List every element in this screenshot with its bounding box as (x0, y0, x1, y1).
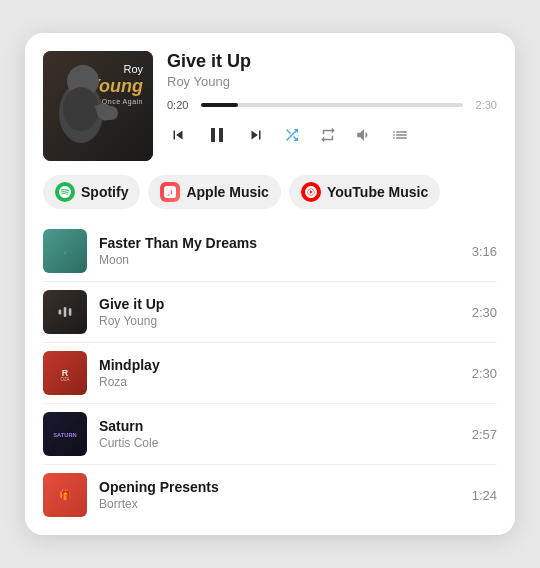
shuffle-button[interactable] (281, 124, 303, 146)
tab-spotify-label: Spotify (81, 184, 128, 200)
track-thumb-5: 🎁 (43, 473, 87, 517)
track-name-3: Mindplay (99, 357, 460, 373)
music-player-card: Roy Young Once Again Give it Up Roy Y (25, 33, 515, 535)
apple-music-icon (160, 182, 180, 202)
progress-bar[interactable] (201, 103, 463, 107)
track-artist-2: Roy Young (99, 314, 460, 328)
track-name-5: Opening Presents (99, 479, 460, 495)
svg-text:♪: ♪ (64, 249, 67, 255)
youtube-music-icon (301, 182, 321, 202)
track-title: Give it Up (167, 51, 497, 72)
track-artist-4: Curtis Cole (99, 436, 460, 450)
rewind-button[interactable] (167, 124, 189, 146)
time-current: 0:20 (167, 99, 195, 111)
volume-button[interactable] (353, 124, 375, 146)
track-duration-5: 1:24 (472, 488, 497, 503)
track-duration-1: 3:16 (472, 244, 497, 259)
album-art: Roy Young Once Again (43, 51, 153, 161)
track-info: Give it Up Roy Young 0:20 2:30 (167, 51, 497, 149)
repeat-button[interactable] (317, 124, 339, 146)
svg-text:SATURN: SATURN (53, 432, 76, 438)
tab-youtube-music[interactable]: YouTube Music (289, 175, 440, 209)
progress-section: 0:20 2:30 (167, 99, 497, 111)
tab-apple-music[interactable]: Apple Music (148, 175, 280, 209)
track-artist: Roy Young (167, 74, 497, 89)
track-thumb-2 (43, 290, 87, 334)
track-details-5: Opening Presents Borrtex (99, 479, 460, 511)
track-item-1[interactable]: ♪ Faster Than My Dreams Moon 3:16 (43, 221, 497, 282)
progress-fill (201, 103, 238, 107)
tab-spotify[interactable]: Spotify (43, 175, 140, 209)
track-duration-4: 2:57 (472, 427, 497, 442)
track-list: ♪ Faster Than My Dreams Moon 3:16 Give i… (43, 221, 497, 525)
spotify-icon (55, 182, 75, 202)
track-artist-3: Roza (99, 375, 460, 389)
track-artist-1: Moon (99, 253, 460, 267)
track-item-2[interactable]: Give it Up Roy Young 2:30 (43, 282, 497, 343)
svg-rect-5 (59, 309, 62, 314)
track-name-2: Give it Up (99, 296, 460, 312)
album-silhouette (43, 51, 153, 161)
tab-apple-music-label: Apple Music (186, 184, 268, 200)
svg-point-3 (104, 106, 118, 120)
tab-youtube-music-label: YouTube Music (327, 184, 428, 200)
forward-button[interactable] (245, 124, 267, 146)
track-thumb-3: ROZA (43, 351, 87, 395)
track-name-4: Saturn (99, 418, 460, 434)
track-thumb-4: SATURN (43, 412, 87, 456)
svg-rect-6 (64, 307, 67, 317)
track-item-4[interactable]: SATURN Saturn Curtis Cole 2:57 (43, 404, 497, 465)
service-tabs: Spotify Apple Music YouTube Music (43, 175, 497, 209)
track-duration-2: 2:30 (472, 305, 497, 320)
track-duration-3: 2:30 (472, 366, 497, 381)
svg-text:OZA: OZA (60, 377, 69, 382)
queue-button[interactable] (389, 124, 411, 146)
track-item-5[interactable]: 🎁 Opening Presents Borrtex 1:24 (43, 465, 497, 525)
now-playing-section: Roy Young Once Again Give it Up Roy Y (43, 51, 497, 161)
track-details-4: Saturn Curtis Cole (99, 418, 460, 450)
track-artist-5: Borrtex (99, 497, 460, 511)
time-total: 2:30 (469, 99, 497, 111)
track-details-2: Give it Up Roy Young (99, 296, 460, 328)
track-details-1: Faster Than My Dreams Moon (99, 235, 460, 267)
svg-rect-7 (69, 308, 72, 316)
track-name-1: Faster Than My Dreams (99, 235, 460, 251)
track-thumb-1: ♪ (43, 229, 87, 273)
svg-text:🎁: 🎁 (59, 488, 72, 501)
track-details-3: Mindplay Roza (99, 357, 460, 389)
pause-button[interactable] (203, 121, 231, 149)
svg-point-2 (63, 87, 99, 131)
track-item-3[interactable]: ROZA Mindplay Roza 2:30 (43, 343, 497, 404)
playback-controls (167, 121, 497, 149)
